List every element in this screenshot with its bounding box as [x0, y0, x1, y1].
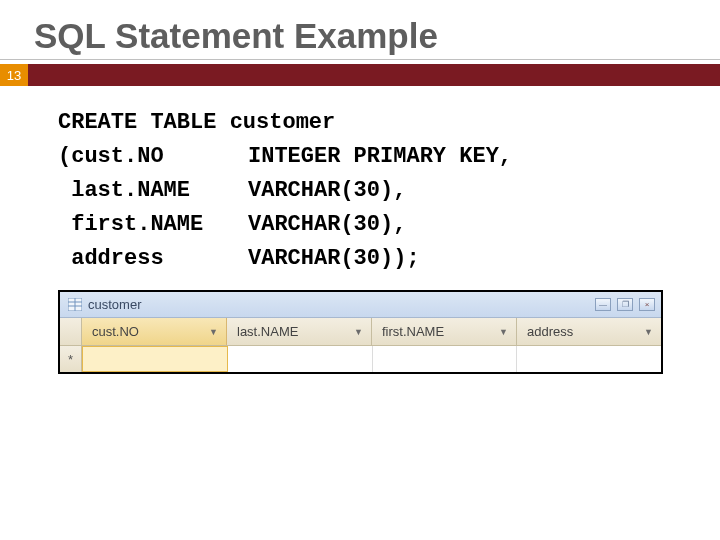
slide-title: SQL Statement Example: [0, 0, 720, 59]
stripe-fill: [28, 64, 720, 86]
code-line-4: first.NAMEVARCHAR(30),: [58, 208, 720, 242]
new-record-marker: *: [60, 346, 82, 372]
cell-firstname-new[interactable]: [373, 346, 518, 372]
code-line-2: (cust.NOINTEGER PRIMARY KEY,: [58, 140, 720, 174]
column-label: address: [527, 324, 573, 339]
column-header-row: cust.NO ▼ last.NAME ▼ first.NAME ▼ addre…: [60, 318, 661, 346]
column-label: cust.NO: [92, 324, 139, 339]
minimize-button[interactable]: —: [595, 298, 611, 311]
column-header-custno[interactable]: cust.NO ▼: [82, 318, 227, 345]
code-line-5: addressVARCHAR(30));: [58, 242, 720, 276]
code-line-1: CREATE TABLE customer: [58, 106, 720, 140]
column-header-lastname[interactable]: last.NAME ▼: [227, 318, 372, 345]
chevron-down-icon[interactable]: ▼: [499, 327, 508, 337]
restore-button[interactable]: ❐: [617, 298, 633, 311]
new-record-row[interactable]: *: [60, 346, 661, 372]
chevron-down-icon[interactable]: ▼: [354, 327, 363, 337]
column-header-firstname[interactable]: first.NAME ▼: [372, 318, 517, 345]
chevron-down-icon[interactable]: ▼: [644, 327, 653, 337]
row-selector-gutter[interactable]: [60, 318, 82, 345]
code-line-3: last.NAMEVARCHAR(30),: [58, 174, 720, 208]
column-header-address[interactable]: address ▼: [517, 318, 661, 345]
accent-stripe: 13: [0, 64, 720, 86]
column-label: last.NAME: [237, 324, 298, 339]
column-label: first.NAME: [382, 324, 444, 339]
slide-number: 13: [0, 64, 28, 86]
table-window: customer — ❐ × cust.NO ▼ last.NAME ▼ fir…: [58, 290, 663, 374]
title-underline: [0, 59, 720, 60]
chevron-down-icon[interactable]: ▼: [209, 327, 218, 337]
datasheet-icon: [68, 298, 82, 311]
window-titlebar[interactable]: customer — ❐ ×: [60, 292, 661, 318]
sql-code-block: CREATE TABLE customer (cust.NOINTEGER PR…: [0, 86, 720, 276]
window-title: customer: [88, 297, 141, 312]
cell-address-new[interactable]: [517, 346, 661, 372]
cell-lastname-new[interactable]: [228, 346, 373, 372]
close-button[interactable]: ×: [639, 298, 655, 311]
cell-custno-new[interactable]: [82, 346, 228, 372]
